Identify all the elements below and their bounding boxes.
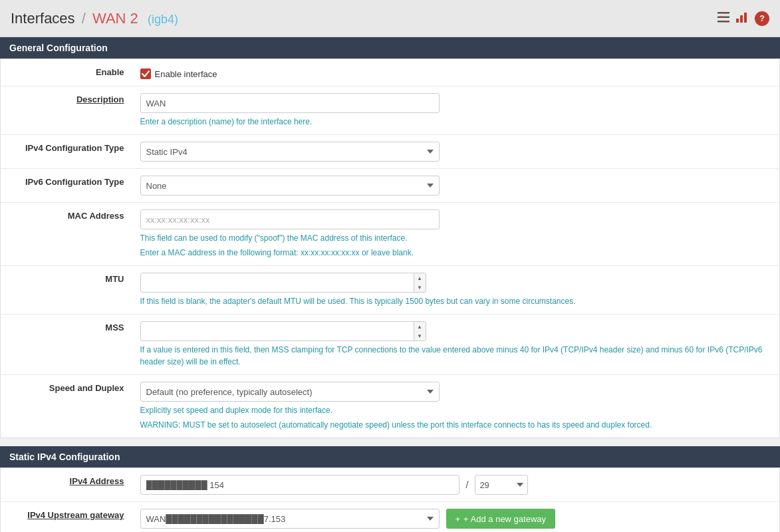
- enable-checkbox-container: Enable interface: [140, 66, 771, 79]
- help-icon[interactable]: ?: [755, 11, 769, 26]
- breadcrumb-separator: /: [82, 10, 90, 27]
- static-ipv4-header: Static IPv4 Configuration: [0, 446, 780, 467]
- header-icons: ?: [717, 11, 769, 26]
- speed-duplex-help-2: WARNING: MUST be set to autoselect (auto…: [140, 419, 771, 431]
- add-gateway-button[interactable]: + + Add a new gateway: [446, 509, 556, 529]
- mss-input[interactable]: [140, 321, 426, 341]
- speed-duplex-select[interactable]: Default (no preference, typically autose…: [140, 382, 440, 402]
- svg-rect-6: [736, 19, 739, 23]
- svg-rect-4: [720, 16, 722, 18]
- mtu-input[interactable]: [140, 273, 426, 293]
- mtu-field: ▲ ▼ If this field is blank, the adapter'…: [134, 266, 780, 315]
- static-ipv4-table: IPv4 Address / 24 25 26 27 28 29: [0, 467, 780, 532]
- svg-rect-0: [717, 12, 729, 14]
- ipv4-address-row: IPv4 Address / 24 25 26 27 28 29: [1, 468, 780, 502]
- cidr-slash: /: [463, 479, 471, 490]
- ipv6-type-field: None Static IPv6 DHCP6 SLAAC: [134, 169, 780, 203]
- mss-row: MSS ▲ ▼ If a value is entered in this fi…: [1, 315, 780, 375]
- breadcrumb-code: (igb4): [148, 13, 178, 26]
- ipv6-type-select[interactable]: None Static IPv6 DHCP6 SLAAC: [140, 176, 440, 196]
- ipv4-type-row: IPv4 Configuration Type None Static IPv4…: [1, 135, 780, 169]
- svg-rect-1: [717, 16, 729, 18]
- plus-icon: +: [455, 514, 461, 524]
- gateway-select[interactable]: WAN████████████████7.153: [140, 509, 440, 529]
- speed-duplex-field: Default (no preference, typically autose…: [134, 375, 780, 438]
- ipv4-type-select[interactable]: None Static IPv4 DHCP PPPoE: [140, 142, 440, 162]
- general-config-header: General Configuration: [0, 37, 780, 59]
- mac-help-1: This field can be used to modify ("spoof…: [140, 232, 771, 244]
- speed-duplex-row: Speed and Duplex Default (no preference,…: [1, 375, 780, 438]
- page-header: Interfaces / WAN 2 (igb4): [0, 0, 780, 37]
- speed-duplex-label: Speed and Duplex: [1, 375, 134, 438]
- mtu-spinner-arrows: ▲ ▼: [414, 273, 426, 292]
- enable-row: Enable Enable interface: [1, 59, 780, 86]
- mtu-up-arrow[interactable]: ▲: [414, 273, 426, 283]
- mss-spinner-arrows: ▲ ▼: [414, 322, 426, 340]
- static-ipv4-section: Static IPv4 Configuration IPv4 Address /…: [0, 446, 780, 532]
- description-field: Enter a description (name) for the inter…: [134, 86, 780, 135]
- breadcrumb-interfaces[interactable]: Interfaces: [11, 10, 75, 27]
- ipv4-address-field: / 24 25 26 27 28 29 30 31 32: [134, 468, 780, 502]
- ipv6-type-row: IPv6 Configuration Type None Static IPv6…: [1, 169, 780, 203]
- upstream-gateway-label: IPv4 Upstream gateway: [1, 502, 134, 533]
- svg-rect-8: [744, 13, 747, 23]
- mtu-help: If this field is blank, the adapter's de…: [140, 295, 771, 307]
- mss-label: MSS: [1, 315, 134, 375]
- speed-duplex-help-1: Explicitly set speed and duplex mode for…: [140, 404, 771, 416]
- upstream-gateway-field: WAN████████████████7.153 + + Add a new g…: [134, 502, 780, 533]
- ipv4-address-row-container: / 24 25 26 27 28 29 30 31 32: [140, 475, 771, 495]
- gateway-row-container: WAN████████████████7.153 + + Add a new g…: [140, 509, 771, 529]
- svg-rect-5: [725, 21, 727, 23]
- mss-field: ▲ ▼ If a value is entered in this field,…: [134, 315, 780, 375]
- mss-up-arrow[interactable]: ▲: [414, 322, 426, 331]
- ipv6-type-label: IPv6 Configuration Type: [1, 169, 134, 203]
- mtu-row: MTU ▲ ▼ If this field is blank, the adap…: [1, 266, 780, 315]
- settings-icon[interactable]: [717, 12, 729, 25]
- mac-label: MAC Address: [1, 203, 134, 266]
- description-help: Enter a description (name) for the inter…: [140, 116, 771, 128]
- upstream-gateway-row: IPv4 Upstream gateway WAN███████████████…: [1, 502, 780, 533]
- mac-input[interactable]: [140, 209, 440, 229]
- description-input[interactable]: [140, 93, 440, 113]
- enable-checkbox-label: Enable interface: [155, 69, 217, 79]
- breadcrumb-wan[interactable]: WAN 2: [92, 10, 138, 27]
- add-gateway-label: + Add a new gateway: [463, 514, 546, 524]
- mtu-spinner-wrapper: ▲ ▼: [140, 273, 426, 293]
- page-title: Interfaces / WAN 2 (igb4): [11, 10, 178, 27]
- mss-help: If a value is entered in this field, the…: [140, 344, 771, 368]
- svg-rect-7: [740, 15, 743, 23]
- ipv4-type-field: None Static IPv4 DHCP PPPoE: [134, 135, 780, 169]
- mac-row: MAC Address This field can be used to mo…: [1, 203, 780, 266]
- mtu-down-arrow[interactable]: ▼: [414, 283, 426, 292]
- enable-checkbox[interactable]: [140, 68, 151, 79]
- svg-rect-3: [724, 12, 726, 14]
- mss-spinner-wrapper: ▲ ▼: [140, 321, 426, 341]
- description-row: Description Enter a description (name) f…: [1, 86, 780, 135]
- enable-field: Enable interface: [134, 59, 780, 86]
- chart-icon[interactable]: [736, 12, 748, 25]
- description-label: Description: [1, 86, 134, 135]
- cidr-select[interactable]: 24 25 26 27 28 29 30 31 32: [475, 475, 528, 495]
- svg-rect-2: [717, 21, 729, 23]
- ipv4-address-label: IPv4 Address: [1, 468, 134, 502]
- general-config-table: Enable Enable interface Description: [0, 59, 780, 438]
- ipv4-type-label: IPv4 Configuration Type: [1, 135, 134, 169]
- mac-help-2: Enter a MAC address in the following for…: [140, 247, 771, 259]
- ipv4-address-input[interactable]: [140, 475, 459, 495]
- mac-field: This field can be used to modify ("spoof…: [134, 203, 780, 266]
- mtu-label: MTU: [1, 266, 134, 315]
- mss-down-arrow[interactable]: ▼: [414, 331, 426, 340]
- enable-label: Enable: [1, 59, 134, 86]
